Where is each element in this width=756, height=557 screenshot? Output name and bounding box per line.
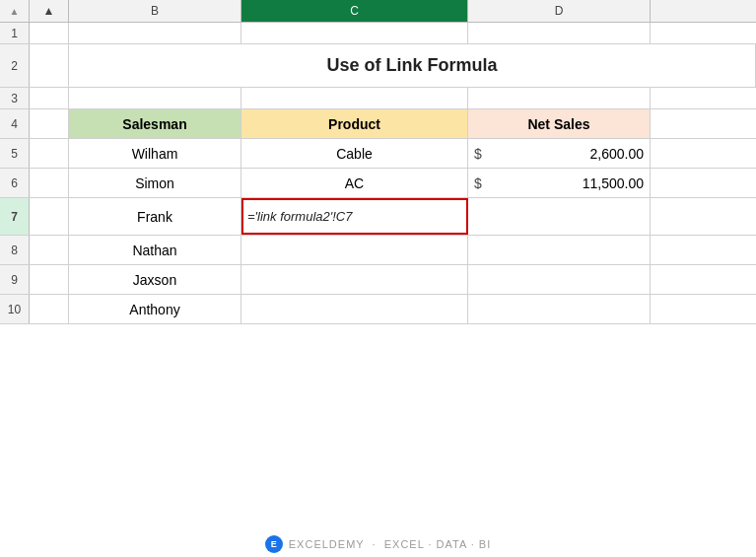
row-6: 6 Simon AC $ 11,500.00 (0, 169, 756, 198)
product-ac: AC (345, 175, 364, 191)
spreadsheet: ▲ ▲ B C D 1 2 Use of Link Formul (0, 0, 756, 557)
row-num-2: 2 (0, 44, 30, 87)
row-2: 2 Use of Link Formula (0, 44, 756, 88)
col-header-d[interactable]: D (468, 0, 651, 22)
salesman-anthony: Anthony (129, 302, 179, 317)
dollar-6: $ (474, 175, 482, 191)
spreadsheet-title: Use of Link Formula (326, 55, 497, 76)
header-salesman[interactable]: Salesman (69, 109, 241, 138)
row-5: 5 Wilham Cable $ 2,600.00 (0, 139, 756, 169)
row-num-10: 10 (0, 295, 30, 323)
product-cable: Cable (336, 146, 373, 162)
cell-c10[interactable] (241, 295, 468, 323)
sales-5: 2,600.00 (590, 146, 645, 162)
corner-cell: ▲ (0, 0, 30, 22)
cell-a10[interactable] (30, 295, 69, 323)
cell-b8-salesman[interactable]: Nathan (69, 236, 241, 264)
cell-d3[interactable] (468, 88, 651, 108)
salesman-jaxson: Jaxson (133, 272, 176, 288)
cell-c6-product[interactable]: AC (241, 169, 468, 197)
cell-a1[interactable] (30, 23, 69, 43)
header-product[interactable]: Product (241, 109, 468, 138)
cell-c5-product[interactable]: Cable (241, 139, 468, 168)
row-num-3: 3 (0, 88, 30, 108)
row-9: 9 Jaxson (0, 265, 756, 295)
rows-area: 1 2 Use of Link Formula 3 4 (0, 23, 756, 529)
row-num-7: 7 (0, 198, 30, 235)
cell-a6[interactable] (30, 169, 69, 197)
cell-b5-salesman[interactable]: Wilham (69, 139, 241, 168)
cell-c7-formula[interactable]: ='link formula2'!C7 (241, 198, 468, 235)
row-num-9: 9 (0, 265, 30, 294)
watermark-text: exceldemy · EXCEL · DATA · BI (289, 538, 491, 550)
row-num-4: 4 (0, 109, 30, 138)
formula-text: ='link formula2'!C7 (247, 209, 352, 224)
row-num-1: 1 (0, 23, 30, 43)
salesman-wilham: Wilham (132, 146, 178, 162)
cell-d8-sales[interactable] (468, 236, 651, 264)
cell-b7-salesman[interactable]: Frank (69, 198, 241, 235)
row-4-headers: 4 Salesman Product Net Sales (0, 109, 756, 139)
cell-a9[interactable] (30, 265, 69, 294)
row-num-6: 6 (0, 169, 30, 197)
salesman-nathan: Nathan (132, 243, 176, 258)
cell-a3[interactable] (30, 88, 69, 108)
cell-d6-sales[interactable]: $ 11,500.00 (468, 169, 651, 197)
cell-a4[interactable] (30, 109, 69, 138)
row-3: 3 (0, 88, 756, 109)
watermark-logo: E (265, 535, 283, 553)
cell-d1[interactable] (468, 23, 651, 43)
row-8: 8 Nathan (0, 236, 756, 265)
cell-b6-salesman[interactable]: Simon (69, 169, 241, 197)
col-header-a[interactable]: ▲ (30, 0, 69, 22)
col-header-b[interactable]: B (69, 0, 241, 22)
cell-b9-salesman[interactable]: Jaxson (69, 265, 241, 294)
cell-c3[interactable] (241, 88, 468, 108)
salesman-simon: Simon (135, 175, 174, 191)
cell-a7[interactable] (30, 198, 69, 235)
watermark: E exceldemy · EXCEL · DATA · BI (0, 529, 756, 557)
cell-a8[interactable] (30, 236, 69, 264)
row-10: 10 Anthony (0, 295, 756, 324)
row-num-5: 5 (0, 139, 30, 168)
cell-d9-sales[interactable] (468, 265, 651, 294)
col-header-c[interactable]: C (241, 0, 468, 22)
title-cell: Use of Link Formula (69, 44, 756, 87)
cell-d7-sales[interactable] (468, 198, 651, 235)
dollar-5: $ (474, 146, 482, 162)
cell-b3[interactable] (69, 88, 241, 108)
cell-b1[interactable] (69, 23, 241, 43)
row-7: 7 Frank ='link formula2'!C7 (0, 198, 756, 236)
cell-d10-sales[interactable] (468, 295, 651, 323)
cell-c9[interactable] (241, 265, 468, 294)
cell-c1[interactable] (241, 23, 468, 43)
sales-6: 11,500.00 (583, 175, 644, 191)
cell-d5-sales[interactable]: $ 2,600.00 (468, 139, 651, 168)
cell-c8[interactable] (241, 236, 468, 264)
salesman-frank: Frank (137, 209, 172, 225)
column-headers: ▲ ▲ B C D (0, 0, 756, 23)
row-1: 1 (0, 23, 756, 44)
row-num-8: 8 (0, 236, 30, 264)
header-netsales[interactable]: Net Sales (468, 109, 651, 138)
cell-a5[interactable] (30, 139, 69, 168)
cell-b10-salesman[interactable]: Anthony (69, 295, 241, 323)
cell-a2[interactable] (30, 44, 69, 87)
